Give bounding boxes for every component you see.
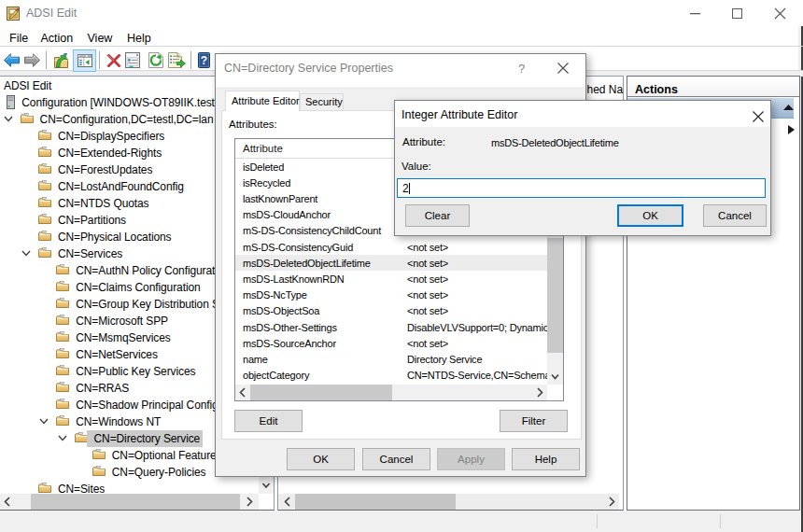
svg-text:?: ? <box>201 54 207 67</box>
